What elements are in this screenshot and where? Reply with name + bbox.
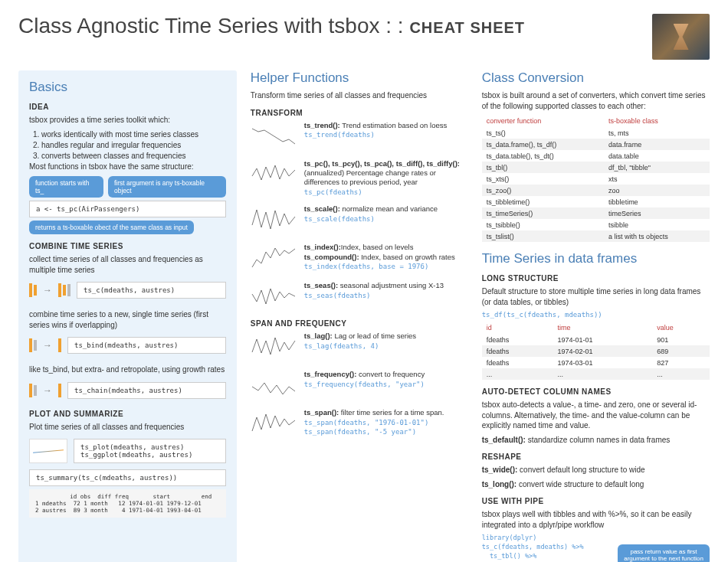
helper-text: ts_lag(): Lag or lead of time series ts_… [304, 332, 468, 351]
idea-item-3: converts between classes and frequencies [41, 151, 226, 162]
helper-text: ts_pc(), ts_pcy(), ts_pca(), ts_diff(), … [304, 159, 468, 198]
conversion-heading: Class Conversion [482, 70, 710, 86]
plot-p: Plot time series of all classes and freq… [29, 422, 226, 433]
helper-text: ts_index():Index, based on levelsts_comp… [304, 243, 468, 271]
combine-heading: COMBINE TIME SERIES [29, 242, 226, 250]
page-title: Class Agnostic Time Series with tsbox : … [18, 14, 525, 38]
code-ts-summary: ts_summary(ts_c(mdeaths, austres)) [29, 469, 226, 486]
sparkline-icon [251, 370, 297, 400]
auto-fn: ts_default(): standardize column names i… [482, 435, 710, 446]
code-ts-chain: ts_chain(mdeaths, austres) [67, 382, 226, 399]
idea-outro: Most functions in tsbox have the same st… [29, 162, 226, 172]
code-ts-bind: ts_bind(mdeaths, austres) [67, 337, 226, 354]
helper-text: ts_seas(): seasonal adjustment using X-1… [304, 281, 468, 300]
summary-output: id obs diff freq start end 1 mdeaths 72 … [29, 489, 226, 518]
hourglass-image [652, 14, 710, 60]
helper-item: ts_span(): filter time series for a time… [251, 408, 468, 439]
sparkline-icon [251, 159, 297, 190]
sparkline-icon [251, 243, 297, 273]
helper-item: ts_lag(): Lag or lead of time series ts_… [251, 332, 468, 362]
header: Class Agnostic Time Series with tsbox : … [18, 14, 710, 60]
span-heading: SPAN AND FREQUENCY [251, 319, 468, 328]
conversion-table: converter functionts-boxable class ts_ts… [482, 115, 710, 242]
table-row: ts_zoo()zoo [482, 185, 710, 196]
title-main: Class Agnostic Time Series with tsbox : … [18, 14, 404, 38]
table-row: fdeaths1974-02-01689 [482, 345, 710, 357]
idea-intro: tsbox provides a time series toolkit whi… [29, 115, 226, 126]
helpers-intro: Transform time series of all classes and… [251, 90, 468, 101]
helpers-heading: Helper Functions [251, 70, 468, 86]
table-row: ......... [482, 368, 710, 380]
pipe-p: tsbox plays well with tibbles and with %… [482, 509, 710, 530]
sparkline-icon [251, 332, 297, 362]
long-code: ts_df(ts_c(fdeaths, mdeaths)) [482, 311, 710, 319]
helper-item: ts_trend(): Trend estimation based on lo… [251, 121, 468, 152]
basics-panel: Basics IDEA tsbox provides a time series… [18, 70, 237, 562]
plot-heading: PLOT AND SUMMARIZE [29, 410, 226, 418]
table-row: ts_tibbletime()tibbletime [482, 196, 710, 207]
combine-p1: collect time series of all classes and f… [29, 254, 226, 275]
long-heading: LONG STRUCTURE [482, 274, 710, 283]
pipe-example: library(dplyr) ts_c(fdeaths, mdeaths) %>… [482, 534, 710, 562]
bubble-fn-starts: function starts with ts_ [29, 176, 103, 198]
pipe-bubble: pass return value as first argument to t… [618, 544, 710, 562]
long-p: Default structure to store multiple time… [482, 286, 710, 307]
auto-p: tsbox auto-detects a value-, a time- and… [482, 400, 710, 431]
plot-row-1: ts_plot(mdeaths, austres) ts_ggplot(mdea… [29, 436, 226, 466]
long-table: id time value fdeaths1974-01-01901fdeath… [482, 322, 710, 380]
code-ts-plot: ts_plot(mdeaths, austres) ts_ggplot(mdea… [74, 439, 226, 463]
combine-p2: combine time series to a new, single tim… [29, 309, 226, 330]
helper-text: ts_frequency(): convert to frequency ts_… [304, 370, 468, 389]
idea-item-1: works identically with most time series … [41, 129, 226, 140]
sparkline-icon [251, 281, 297, 312]
helper-item: ts_pc(), ts_pcy(), ts_pca(), ts_diff(), … [251, 159, 468, 198]
idea-item-2: handles regular and irregular frequencie… [41, 140, 226, 151]
df-th-time: time [553, 322, 652, 334]
helpers-panel: Helper Functions Transform time series o… [251, 70, 468, 562]
table-row: ts_data.table(), ts_dt()data.table [482, 150, 710, 162]
table-row: ts_timeSeries()timeSeries [482, 207, 710, 219]
combine-row-chain: → ts_chain(mdeaths, austres) [29, 379, 226, 402]
dataframes-heading: Time Series in data frames [482, 251, 710, 266]
reshape-wide: ts_wide(): convert default long structur… [482, 465, 710, 475]
helper-item: ts_index():Index, based on levelsts_comp… [251, 243, 468, 273]
structure-example: function starts with ts_ first argument … [29, 176, 226, 234]
idea-heading: IDEA [29, 103, 226, 111]
combine-p3: like ts_bind, but extra- and retropolate… [29, 364, 226, 375]
bubble-first-arg: first argument is any ts-boxable object [108, 176, 226, 198]
pipe-heading: USE WITH PIPE [482, 497, 710, 505]
code-airpassengers: a <- ts_pc(AirPassengers) [29, 201, 226, 217]
table-row: ts_ts()ts, mts [482, 127, 710, 139]
df-th-id: id [482, 322, 553, 334]
helper-item: ts_scale(): normalize mean and variance … [251, 204, 468, 235]
title-sub: CHEAT SHEET [409, 19, 525, 36]
table-row: ts_tsibble()tsibble [482, 219, 710, 230]
table-row: ts_xts()xts [482, 173, 710, 185]
idea-list: works identically with most time series … [41, 129, 226, 162]
helper-item: ts_seas(): seasonal adjustment using X-1… [251, 281, 468, 312]
transform-heading: TRANSFORM [251, 109, 468, 117]
combine-row-c: → ts_c(mdeaths, austres) [29, 279, 226, 302]
mini-plot-icon [29, 439, 67, 463]
sparkline-icon [251, 204, 297, 235]
table-row: fdeaths1974-03-01827 [482, 357, 710, 368]
combine-row-bind: → ts_bind(mdeaths, austres) [29, 334, 226, 357]
reshape-heading: RESHAPE [482, 453, 710, 461]
helper-item: ts_frequency(): convert to frequency ts_… [251, 370, 468, 400]
conversion-panel: Class Conversion tsbox is built around a… [482, 70, 710, 562]
conversion-intro: tsbox is built around a set of converter… [482, 90, 710, 111]
sparkline-icon [251, 408, 297, 439]
conv-th2: ts-boxable class [604, 115, 710, 127]
conv-th1: converter function [482, 115, 604, 127]
basics-heading: Basics [29, 80, 226, 95]
table-row: fdeaths1974-01-01901 [482, 334, 710, 345]
helper-text: ts_scale(): normalize mean and variance … [304, 204, 468, 224]
table-row: ts_tslist()a list with ts objects [482, 230, 710, 242]
sparkline-icon [251, 121, 297, 152]
table-row: ts_data.frame(), ts_df()data.frame [482, 139, 710, 150]
auto-heading: AUTO-DETECT COLUMN NAMES [482, 387, 710, 396]
reshape-long: ts_long(): convert wide structure to def… [482, 479, 710, 490]
helper-text: ts_trend(): Trend estimation based on lo… [304, 121, 468, 140]
bubble-returns: returns a ts-boxable obect of the same c… [29, 221, 194, 234]
table-row: ts_tbl()df_tbl, "tibble" [482, 162, 710, 173]
